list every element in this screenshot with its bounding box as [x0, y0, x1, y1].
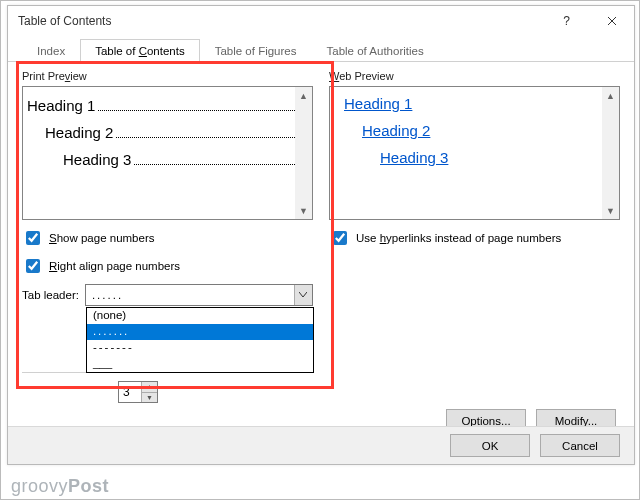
web-link-2[interactable]: Heading 2 [362, 122, 605, 139]
print-preview-section: Print Preview Heading 11 Heading 23 Head… [22, 70, 313, 403]
tab-table-of-contents[interactable]: Table of Contents [80, 39, 200, 62]
web-preview-label: Web Preview [329, 70, 620, 82]
ok-button[interactable]: OK [450, 434, 530, 457]
show-page-numbers-row[interactable]: Show page numbers [22, 228, 313, 248]
tab-leader-combo[interactable]: ...... (none) ....... ------- ___ [85, 284, 313, 306]
dialog-title: Table of Contents [18, 14, 111, 28]
leader-option-dots[interactable]: ....... [87, 324, 313, 340]
tab-table-of-authorities[interactable]: Table of Authorities [312, 39, 439, 62]
chevron-down-icon [299, 292, 307, 298]
help-button[interactable]: ? [544, 6, 589, 36]
combo-dropdown-button[interactable] [294, 285, 312, 305]
preview-heading-2: Heading 2 [45, 124, 113, 141]
use-hyperlinks-checkbox[interactable] [333, 231, 347, 245]
preview-heading-1: Heading 1 [27, 97, 95, 114]
tab-bar: Index Table of Contents Table of Figures… [8, 36, 634, 62]
web-preview-box[interactable]: Heading 1 Heading 2 Heading 3 ▲▼ [329, 86, 620, 220]
dialog-footer: OK Cancel [8, 426, 634, 464]
right-align-checkbox[interactable] [26, 259, 40, 273]
web-preview-section: Web Preview Heading 1 Heading 2 Heading … [329, 70, 620, 403]
web-link-1[interactable]: Heading 1 [344, 95, 605, 112]
leader-option-none[interactable]: (none) [87, 308, 313, 324]
web-preview-scrollbar[interactable]: ▲▼ [602, 87, 619, 219]
leader-option-line[interactable]: ___ [87, 356, 313, 372]
print-preview-label: Print Preview [22, 70, 313, 82]
print-preview-scrollbar[interactable]: ▲▼ [295, 87, 312, 219]
web-link-3[interactable]: Heading 3 [380, 149, 605, 166]
close-button[interactable] [589, 6, 634, 36]
right-align-row[interactable]: Right align page numbers [22, 256, 313, 276]
spin-up-icon[interactable]: ▲ [142, 382, 157, 393]
titlebar: Table of Contents ? [8, 6, 634, 36]
tab-leader-dropdown: (none) ....... ------- ___ [86, 307, 314, 373]
tab-leader-label: Tab leader: [22, 289, 79, 301]
spin-down-icon[interactable]: ▼ [142, 393, 157, 403]
show-page-numbers-checkbox[interactable] [26, 231, 40, 245]
levels-spinner[interactable]: 3 ▲▼ [118, 381, 158, 403]
toc-dialog: Table of Contents ? Index Table of Conte… [7, 5, 635, 465]
tab-index[interactable]: Index [22, 39, 80, 62]
close-icon [607, 16, 617, 26]
use-hyperlinks-row[interactable]: Use hyperlinks instead of page numbers [329, 228, 620, 248]
tab-table-of-figures[interactable]: Table of Figures [200, 39, 312, 62]
watermark: groovyPost [11, 476, 109, 497]
print-preview-box[interactable]: Heading 11 Heading 23 Heading 35 ▲▼ [22, 86, 313, 220]
cancel-button[interactable]: Cancel [540, 434, 620, 457]
leader-option-dashes[interactable]: ------- [87, 340, 313, 356]
preview-heading-3: Heading 3 [63, 151, 131, 168]
